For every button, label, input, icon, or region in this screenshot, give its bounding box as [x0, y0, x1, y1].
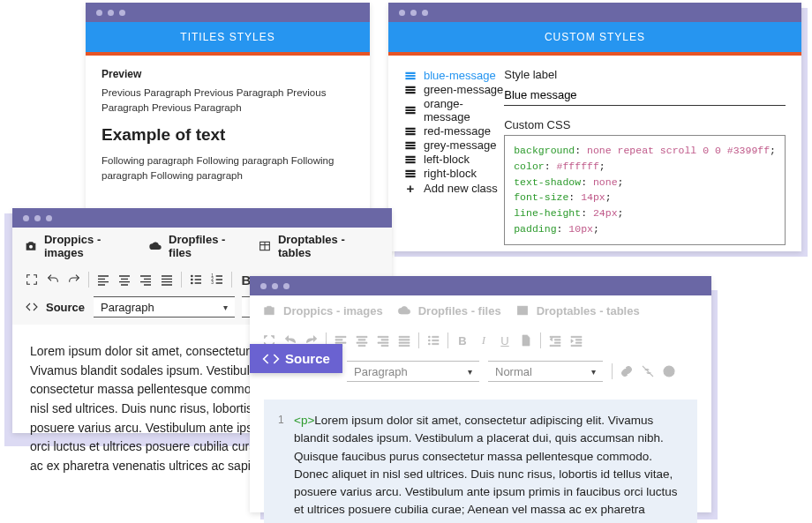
numbered-list-icon[interactable]: 123: [207, 270, 228, 289]
class-item-grey-message[interactable]: grey-message: [404, 138, 504, 152]
droppics-label: Droppics - images: [283, 304, 383, 318]
class-item-label: red-message: [424, 124, 491, 138]
redo-icon[interactable]: [64, 270, 85, 289]
custom-css-editor[interactable]: background: none repeat scroll 0 0 #3399…: [504, 135, 786, 245]
format-select[interactable]: Paragraph ▾: [94, 296, 235, 318]
align-center-icon[interactable]: [351, 331, 372, 350]
camera-icon: [259, 301, 280, 320]
svg-point-4: [191, 275, 193, 278]
class-item-label: orange-message: [424, 97, 504, 123]
code-icon: [21, 297, 42, 317]
format-select-value: Paragraph: [354, 365, 408, 378]
cloud-icon: [146, 236, 165, 256]
undo-icon[interactable]: [42, 270, 64, 289]
droppics-label: Droppics - images: [44, 233, 135, 259]
window-titlebar: [388, 3, 801, 22]
source-badge-label: Source: [285, 351, 330, 366]
bullet-list-icon[interactable]: [423, 331, 444, 350]
class-item-label: left-block: [424, 153, 470, 166]
dropfiles-button[interactable]: Dropfiles - files: [146, 233, 244, 259]
class-item-label: blue-message: [424, 69, 496, 82]
class-item-green-message[interactable]: green-message: [404, 83, 504, 96]
window-titlebar: [12, 208, 392, 228]
class-item-orange-message[interactable]: orange-message: [404, 97, 504, 123]
table-icon: [255, 236, 274, 256]
class-list: blue-message green-message orange-messag…: [404, 68, 504, 245]
droptables-button[interactable]: Droptables - tables: [255, 233, 372, 259]
droppics-button[interactable]: Droppics - images: [259, 301, 383, 320]
svg-point-5: [191, 279, 193, 281]
dropfiles-label: Dropfiles - files: [169, 233, 244, 259]
link-icon[interactable]: [616, 362, 637, 381]
droptables-label: Droptables - tables: [537, 304, 640, 318]
cloud-icon: [394, 301, 415, 320]
svg-point-6: [191, 282, 193, 285]
preview-previous-paragraph: Previous Paragraph Previous Paragraph Pr…: [102, 86, 354, 116]
table-icon: [512, 301, 533, 320]
html-tag: <p>: [294, 414, 314, 427]
editor-window-2: Droppics - images Dropfiles - files Drop…: [250, 276, 711, 512]
droptables-button[interactable]: Droptables - tables: [512, 301, 640, 320]
italic-icon[interactable]: I: [473, 331, 494, 350]
class-item-left-block[interactable]: left-block: [404, 153, 504, 166]
unlink-icon[interactable]: [637, 362, 658, 381]
preview-example-text: Example of text: [102, 125, 354, 145]
svg-text:3: 3: [211, 280, 214, 285]
editor-toolbar-plugins: Droppics - images Dropfiles - files Drop…: [12, 228, 392, 265]
line-number: 1: [278, 412, 294, 523]
add-new-class-button[interactable]: + Add new class: [404, 181, 504, 196]
format-select[interactable]: Paragraph ▾: [347, 361, 479, 382]
align-justify-icon[interactable]: [156, 270, 177, 289]
editor-toolbar-plugins: Droppics - images Dropfiles - files Drop…: [250, 295, 711, 325]
format-select-value: Paragraph: [101, 301, 154, 314]
class-item-blue-message[interactable]: blue-message: [404, 69, 504, 82]
outdent-icon[interactable]: [545, 331, 566, 350]
align-justify-icon[interactable]: [394, 331, 415, 350]
custom-styles-header: CUSTOM STYLES: [388, 22, 801, 52]
source-badge[interactable]: Source: [250, 344, 342, 373]
source-view[interactable]: 1 <p>Lorem ipsum dolor sit amet, consect…: [264, 400, 697, 523]
droppics-button[interactable]: Droppics - images: [21, 233, 135, 259]
underline-icon[interactable]: U: [494, 331, 515, 350]
svg-point-14: [428, 340, 431, 342]
svg-point-0: [29, 245, 33, 249]
indent-icon[interactable]: [566, 331, 587, 350]
size-select-value: Normal: [495, 365, 532, 378]
align-left-icon[interactable]: [93, 270, 114, 289]
expand-icon[interactable]: [21, 270, 42, 289]
source-body: Lorem ipsum dolor sit amet, consectetur …: [294, 414, 677, 523]
chevron-down-icon: ▾: [468, 367, 472, 377]
class-item-right-block[interactable]: right-block: [404, 167, 504, 180]
window-titlebar: [250, 276, 711, 295]
window-titlebar: [86, 3, 370, 22]
class-item-label: grey-message: [424, 138, 496, 152]
chevron-down-icon: ▾: [591, 367, 596, 377]
class-item-label: green-message: [424, 83, 503, 96]
custom-css-caption: Custom CSS: [504, 118, 786, 131]
align-right-icon[interactable]: [372, 331, 394, 350]
play-icon[interactable]: [658, 362, 680, 381]
align-right-icon[interactable]: [135, 270, 156, 289]
source-label[interactable]: Source: [46, 301, 85, 314]
align-center-icon[interactable]: [114, 270, 135, 289]
preview-label: Preview: [102, 68, 354, 80]
dropfiles-button[interactable]: Dropfiles - files: [394, 301, 501, 320]
style-label-input[interactable]: [504, 85, 786, 106]
class-item-label: right-block: [424, 167, 477, 180]
svg-point-15: [428, 343, 431, 346]
style-label-caption: Style label: [504, 68, 786, 81]
size-select[interactable]: Normal ▾: [488, 361, 603, 382]
titles-styles-window: TITILES STYLES Preview Previous Paragrap…: [86, 3, 370, 209]
plus-icon: +: [404, 181, 417, 196]
bullet-list-icon[interactable]: [185, 270, 207, 289]
dropfiles-label: Dropfiles - files: [418, 304, 501, 318]
chevron-down-icon: ▾: [223, 303, 228, 312]
file-icon[interactable]: [515, 331, 537, 350]
preview-following-paragraph: Following paragraph Following paragraph …: [102, 153, 354, 184]
svg-point-13: [428, 336, 431, 339]
bold-icon[interactable]: B: [452, 331, 473, 350]
class-item-red-message[interactable]: red-message: [404, 124, 504, 138]
droptables-label: Droptables - tables: [278, 233, 372, 259]
titles-styles-header: TITILES STYLES: [86, 22, 370, 52]
camera-icon: [21, 236, 41, 256]
